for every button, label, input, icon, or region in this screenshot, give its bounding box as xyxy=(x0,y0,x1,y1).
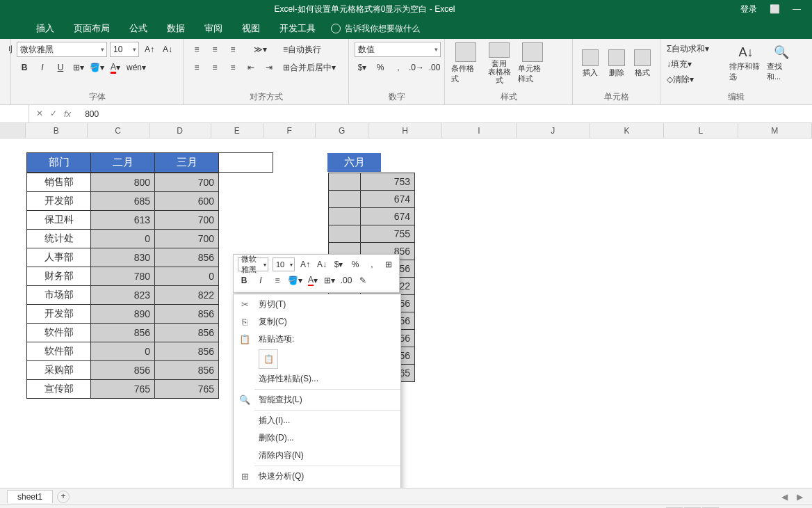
menu-paste-special[interactable]: 选择性粘贴(S)... xyxy=(234,370,400,388)
col-header-C[interactable]: C xyxy=(88,123,149,138)
align-center-button[interactable]: ≡ xyxy=(207,60,222,75)
align-left-button[interactable]: ≡ xyxy=(189,60,204,75)
find-select-button[interactable]: 🔍查找和... xyxy=(766,42,797,85)
align-right-button[interactable]: ≡ xyxy=(225,60,241,75)
table-row[interactable]: 市场部823822 xyxy=(27,286,219,305)
conditional-format-button[interactable]: 条件格式 xyxy=(450,42,481,85)
tab-formulas[interactable]: 公式 xyxy=(120,18,157,39)
autosum-button[interactable]: Σ 自动求和 ▾ xyxy=(666,42,726,56)
underline-button[interactable]: U xyxy=(53,60,68,75)
col-header-H[interactable]: H xyxy=(368,123,442,138)
header-feb[interactable]: 二月 xyxy=(91,153,155,173)
cell-styles-button[interactable]: 单元格样式 xyxy=(517,42,548,85)
italic-button[interactable]: I xyxy=(35,60,50,75)
mini-font-color[interactable]: A▾ xyxy=(307,273,319,287)
mini-percent[interactable]: % xyxy=(349,257,362,271)
wrap-text-button[interactable]: ≡ 自动换行 xyxy=(279,42,346,57)
mini-borders[interactable]: ⊞▾ xyxy=(323,273,336,287)
mini-comma[interactable]: , xyxy=(366,257,378,271)
mini-decrease-font[interactable]: A↓ xyxy=(316,257,328,271)
menu-delete[interactable]: 删除(D)... xyxy=(234,429,400,447)
sort-filter-button[interactable]: A↓排序和筛选 xyxy=(729,42,763,85)
fx-button[interactable]: fx xyxy=(64,109,71,119)
menu-filter[interactable]: 筛选(E)▶ xyxy=(234,485,400,488)
scroll-right-button[interactable]: ▶ xyxy=(794,492,805,502)
tell-me[interactable]: 告诉我你想要做什么 xyxy=(331,23,420,35)
menu-quick-analysis[interactable]: ⊞快速分析(Q) xyxy=(234,468,400,485)
col-header-J[interactable]: J xyxy=(517,123,590,138)
table-row[interactable]: 人事部830856 xyxy=(27,248,219,267)
header-mar[interactable]: 三月 xyxy=(155,153,219,173)
table-row[interactable]: 软件部856856 xyxy=(27,324,219,342)
align-bottom-button[interactable]: ≡ xyxy=(225,42,241,57)
align-top-button[interactable]: ≡ xyxy=(189,42,204,57)
col-header-E[interactable]: E xyxy=(211,123,263,138)
cancel-formula-button[interactable]: ✕ xyxy=(36,109,43,119)
table-row[interactable]: 销售部800700 xyxy=(27,173,219,192)
col-header-B[interactable]: B xyxy=(26,123,88,138)
bold-button[interactable]: B xyxy=(17,60,32,75)
delete-cells-button[interactable]: 删除 xyxy=(605,42,628,85)
font-size-select[interactable]: 10 xyxy=(110,42,139,57)
col-header-G[interactable]: G xyxy=(316,123,368,138)
font-name-select[interactable]: 微软雅黑 xyxy=(17,42,107,57)
format-cells-button[interactable]: 格式 xyxy=(631,42,654,85)
menu-cut[interactable]: ✂剪切(T) xyxy=(234,296,400,313)
table-row[interactable]: 开发部685600 xyxy=(27,192,219,211)
menu-smart-lookup[interactable]: 🔍智能查找(L) xyxy=(234,391,400,408)
restore-button[interactable]: ⬜ xyxy=(770,4,780,14)
mini-italic[interactable]: I xyxy=(254,273,267,287)
mini-bold[interactable]: B xyxy=(238,273,250,287)
fill-color-button[interactable]: 🪣▾ xyxy=(89,60,105,75)
minimize-button[interactable]: — xyxy=(793,4,801,14)
col-header-M[interactable]: M xyxy=(738,123,812,138)
mini-font-size[interactable]: 10 xyxy=(273,257,295,271)
header-dept[interactable]: 部门 xyxy=(27,153,91,173)
comma-button[interactable]: , xyxy=(391,60,406,75)
menu-copy[interactable]: ⎘复制(C) xyxy=(234,313,400,331)
table-row[interactable]: 采购部856856 xyxy=(27,361,219,380)
name-box[interactable] xyxy=(0,105,29,122)
data-table[interactable]: 部门 二月 三月 六月 xyxy=(26,152,273,173)
increase-indent-button[interactable]: ⇥ xyxy=(261,60,277,75)
menu-clear-contents[interactable]: 清除内容(N) xyxy=(234,447,400,464)
menu-insert[interactable]: 插入(I)... xyxy=(234,412,400,429)
mini-format-painter[interactable]: ✎ xyxy=(357,273,369,287)
merge-center-button[interactable]: ⊞ 合并后居中 ▾ xyxy=(279,60,356,75)
login-button[interactable]: 登录 xyxy=(740,3,757,15)
col-header-I[interactable]: I xyxy=(442,123,516,138)
increase-decimal-button[interactable]: .0→ xyxy=(409,60,424,75)
mini-border-icon[interactable]: ⊞ xyxy=(382,257,395,271)
mini-align[interactable]: ≡ xyxy=(271,273,284,287)
formula-input[interactable]: 800 xyxy=(78,109,812,119)
mini-decimals[interactable]: .00 xyxy=(340,273,352,287)
tab-data[interactable]: 数据 xyxy=(157,18,195,39)
mini-font-name[interactable]: 微软雅黑 xyxy=(238,257,268,271)
mini-fill-color[interactable]: 🪣▾ xyxy=(288,273,302,287)
insert-cells-button[interactable]: 插入 xyxy=(578,42,602,85)
col-header-K[interactable]: K xyxy=(590,123,664,138)
increase-font-button[interactable]: A↑ xyxy=(142,42,157,57)
table-row[interactable]: 财务部7800 xyxy=(27,267,219,286)
orientation-button[interactable]: ≫▾ xyxy=(243,42,277,57)
table-row[interactable]: 统计处0700 xyxy=(27,230,219,248)
header-jun[interactable]: 六月 xyxy=(327,153,382,173)
sheet-tab-sheet1[interactable]: sheet1 xyxy=(7,490,53,503)
currency-button[interactable]: $▾ xyxy=(355,60,370,75)
border-button[interactable]: ⊞▾ xyxy=(71,60,86,75)
add-sheet-button[interactable]: + xyxy=(57,491,70,503)
tab-insert[interactable]: 插入 xyxy=(26,18,64,39)
fill-button[interactable]: ↓ 填充 ▾ xyxy=(666,57,712,71)
percent-button[interactable]: % xyxy=(373,60,388,75)
decrease-decimal-button[interactable]: .00 xyxy=(427,60,442,75)
select-all-corner[interactable] xyxy=(0,123,26,138)
enter-formula-button[interactable]: ✓ xyxy=(50,109,57,119)
paste-option-default[interactable]: 📋 xyxy=(259,349,278,369)
number-format-select[interactable]: 数值 xyxy=(355,42,441,57)
col-header-L[interactable]: L xyxy=(664,123,738,138)
mini-increase-font[interactable]: A↑ xyxy=(299,257,311,271)
tab-review[interactable]: 审阅 xyxy=(195,18,232,39)
decrease-font-button[interactable]: A↓ xyxy=(160,42,175,57)
table-row[interactable]: 开发部890856 xyxy=(27,305,219,324)
font-color-button[interactable]: A▾ xyxy=(108,60,123,75)
